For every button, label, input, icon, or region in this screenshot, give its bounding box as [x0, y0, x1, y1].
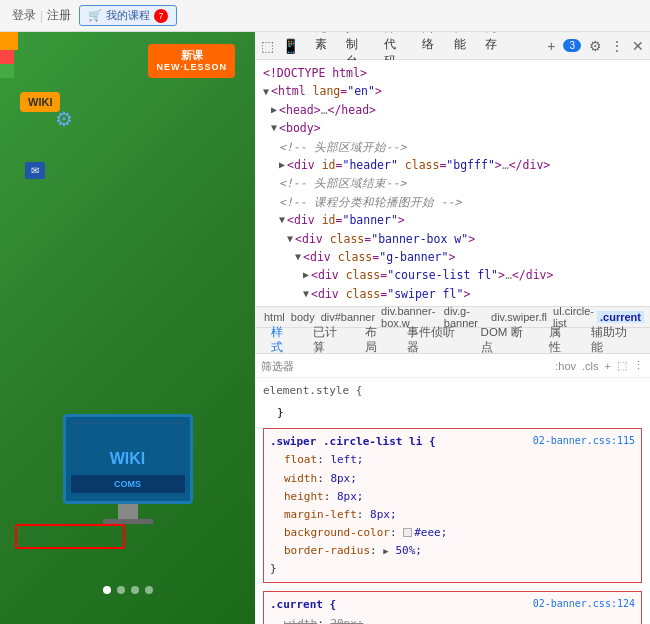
rule2-source[interactable]: 02-banner.css:124	[533, 596, 635, 613]
devtools-toolbar: ⬚ 📱 元素 控制台 源代码 网络 性能 内存 » + 3 ⚙ ⋮ ✕	[255, 32, 650, 60]
rule1-source[interactable]: 02-banner.css:115	[533, 433, 635, 450]
tree-head[interactable]: <head>…</head>	[263, 101, 642, 119]
rule2-width: width: 20px;	[284, 615, 635, 624]
rule1-float: float: left;	[284, 451, 635, 469]
deco-box1	[0, 32, 18, 50]
tree-body[interactable]: <body>	[263, 119, 642, 137]
tree-comment2[interactable]: <!-- 头部区域结束-->	[263, 174, 642, 192]
css-rule-current: 02-banner.css:124 .current { width: 20px…	[263, 591, 642, 624]
device-icon[interactable]: 📱	[282, 38, 299, 54]
email-float-icon: ✉	[25, 162, 45, 179]
register-link[interactable]: 注册	[47, 7, 71, 24]
color-swatch-eee[interactable]	[403, 528, 412, 537]
rule2-selector: .current {	[270, 598, 336, 611]
my-course-button[interactable]: 🛒 我的课程 7	[79, 5, 177, 26]
rule1-props: float: left; width: 8px; height: 8px; ma…	[270, 451, 635, 560]
deco-box3	[0, 64, 14, 78]
filter-cls[interactable]: .cls	[582, 360, 599, 372]
filter-icon2[interactable]: ⬚	[617, 359, 627, 372]
rule1-selector: .swiper .circle-list li {	[270, 435, 436, 448]
counter-badge: 3	[563, 39, 581, 52]
devtools-panel: ⬚ 📱 元素 控制台 源代码 网络 性能 内存 » + 3 ⚙ ⋮ ✕ <!DO…	[255, 32, 650, 624]
settings-icon[interactable]: ⚙	[589, 38, 602, 54]
rule1-bgcolor: background-color: #eee;	[284, 524, 635, 542]
tree-course-list[interactable]: <div class="course-list fl">…</div>	[263, 266, 642, 284]
auth-links: 登录 | 注册	[12, 7, 71, 24]
style-tabs: 样式 已计算 布局 事件侦听器 DOM 断点 属性 辅助功能	[255, 328, 650, 354]
new-lesson-title: 新课	[156, 48, 227, 62]
tree-g-banner[interactable]: <div class="g-banner">	[263, 248, 642, 266]
dot-3	[131, 586, 139, 594]
my-course-label: 我的课程	[106, 8, 150, 23]
element-style-body: }	[263, 404, 642, 422]
deco-box2	[0, 50, 14, 64]
element-style-label: element.style {	[263, 382, 642, 400]
filter-hov[interactable]: :hov	[555, 360, 576, 372]
preview-panel: 新课 NEW·LESSON WIKI ⚙ ✉ WIKI	[0, 32, 255, 624]
new-lesson-badge: 新课 NEW·LESSON	[148, 44, 235, 78]
rule2-props: width: 20px; border-radius: ▶ 4px;	[270, 615, 635, 624]
tree-banner-div[interactable]: <div id="banner">	[263, 211, 642, 229]
tree-header-div[interactable]: <div id="header" class="bgfff">…</div>	[263, 156, 642, 174]
tree-comment1[interactable]: <!-- 头部区域开始-->	[263, 138, 642, 156]
close-devtools-icon[interactable]: ✕	[632, 38, 644, 54]
monitor-stand	[118, 504, 138, 519]
top-bar: 登录 | 注册 🛒 我的课程 7	[0, 0, 650, 32]
preview-bg: 新课 NEW·LESSON WIKI ⚙ ✉ WIKI	[0, 32, 255, 624]
dot-1	[103, 586, 111, 594]
rule1-width: width: 8px;	[284, 470, 635, 488]
css-rules-panel[interactable]: element.style { } 02-banner.css:115 .swi…	[255, 378, 650, 624]
new-lesson-subtitle: NEW·LESSON	[156, 62, 227, 74]
carousel-dots	[103, 586, 153, 594]
main-container: 新课 NEW·LESSON WIKI ⚙ ✉ WIKI	[0, 32, 650, 624]
filter-input[interactable]	[261, 360, 549, 372]
rule1-height: height: 8px;	[284, 488, 635, 506]
dot-2	[117, 586, 125, 594]
divider: |	[40, 9, 43, 23]
tree-swiper[interactable]: <div class="swiper fl">	[263, 285, 642, 303]
course-badge: 7	[154, 9, 168, 23]
rule1-close: }	[270, 560, 635, 578]
dot-4	[145, 586, 153, 594]
rule2-header: 02-banner.css:124 .current {	[270, 596, 635, 614]
filter-icon3[interactable]: ⋮	[633, 359, 644, 372]
more-icon[interactable]: ⋮	[610, 38, 624, 54]
tree-banner-box[interactable]: <div class="banner-box w">	[263, 230, 642, 248]
gear-float-icon: ⚙	[55, 107, 73, 131]
tree-comment3[interactable]: <!-- 课程分类和轮播图开始 -->	[263, 193, 642, 211]
inspect-icon[interactable]: ⬚	[261, 38, 274, 54]
add-icon[interactable]: +	[547, 38, 555, 54]
login-link[interactable]: 登录	[12, 7, 36, 24]
filter-bar: :hov .cls + ⬚ ⋮	[255, 354, 650, 378]
filter-add[interactable]: +	[605, 360, 611, 372]
tree-doctype[interactable]: <!DOCTYPE html>	[263, 64, 642, 82]
html-tree[interactable]: <!DOCTYPE html> <html lang="en"> <head>……	[255, 60, 650, 306]
tree-html[interactable]: <html lang="en">	[263, 82, 642, 100]
monitor-screen: WIKI COMS	[63, 414, 193, 504]
rule1-border-radius: border-radius: ▶ 50%;	[284, 542, 635, 560]
css-rule-swiper-circle-list: 02-banner.css:115 .swiper .circle-list l…	[263, 428, 642, 583]
cart-icon: 🛒	[88, 9, 102, 22]
red-outline-box	[15, 524, 125, 549]
rule1-margin: margin-left: 8px;	[284, 506, 635, 524]
rule1-header: 02-banner.css:115 .swiper .circle-list l…	[270, 433, 635, 451]
